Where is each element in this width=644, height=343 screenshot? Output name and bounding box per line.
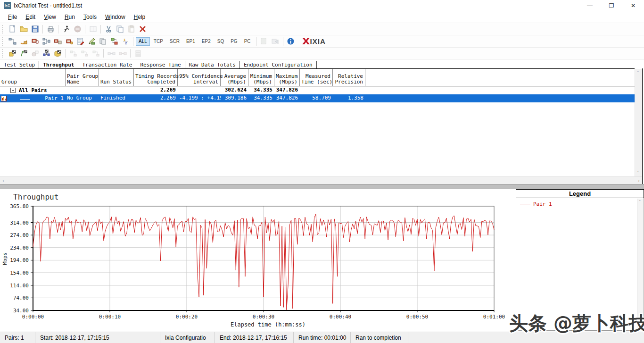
copy-icon[interactable] — [114, 24, 125, 34]
delete-icon[interactable] — [137, 24, 148, 34]
table-vertical-scrollbar[interactable]: ˄ ˅ — [635, 69, 642, 176]
svg-text:Mbps: Mbps — [2, 252, 8, 265]
legend-scroll-up-icon[interactable]: ˄ — [639, 200, 641, 204]
status-segment-3: End: 2018-12-17, 17:16:15 — [215, 332, 294, 343]
tab-transaction-rate[interactable]: Transaction Rate — [78, 61, 136, 68]
menu-tools[interactable]: Tools — [79, 12, 101, 22]
column-header-pair_group_name[interactable]: Pair GroupName — [66, 69, 99, 86]
export-endpoint-icon — [270, 36, 281, 47]
view-results-5-icon[interactable] — [52, 48, 63, 59]
tab-test-setup[interactable]: Test Setup — [0, 61, 39, 68]
filter-sq-button[interactable]: SQ — [215, 37, 227, 46]
column-header-average_mbps[interactable]: Average(Mbps) — [221, 69, 248, 86]
menu-run[interactable]: Run — [60, 12, 79, 22]
pane-splitter[interactable] — [0, 184, 644, 189]
column-header-measured_time_sec[interactable]: MeasuredTime (sec) — [300, 69, 333, 86]
print-icon[interactable] — [45, 24, 56, 34]
replicate-pair-icon[interactable] — [97, 36, 108, 47]
scroll-up-icon[interactable]: ˄ — [637, 70, 639, 75]
cell-maximum_mbps: 347.826 — [274, 86, 300, 94]
scroll-down-icon[interactable]: ˅ — [637, 170, 639, 175]
cell-average_mbps: 309.186 — [221, 94, 248, 102]
throughput-chart: 365.80314.00274.00234.00194.00154.00114.… — [0, 189, 514, 331]
add-pair-icon[interactable] — [7, 36, 18, 47]
status-segment-1: Start: 2018-12-17, 17:15:15 — [35, 332, 160, 343]
ixia-support-icon[interactable] — [285, 36, 297, 47]
toolbar-grip[interactable] — [1, 37, 4, 46]
scroll-right-icon[interactable]: › — [638, 178, 640, 183]
toolbar-grip[interactable] — [1, 25, 4, 33]
filter-tcp-button[interactable]: TCP — [151, 37, 166, 46]
view-tab-bar: Test SetupThroughputTransaction RateResp… — [0, 60, 644, 68]
title-bar: IxC IxChariot Test - untitled1.tst —❐✕ — [0, 0, 644, 11]
cell-minimum_mbps: 34.335 — [248, 86, 274, 94]
edit-run-options-icon[interactable] — [86, 36, 97, 47]
tab-response-time[interactable]: Response Time — [136, 61, 185, 68]
renumber-pairs-icon[interactable]: 12 — [120, 36, 131, 47]
scroll-left-icon[interactable]: ‹ — [2, 178, 4, 183]
table-row-pair-1[interactable]: Pair 1No GroupFinished2,269-4.199 : +4.1… — [0, 94, 635, 102]
throughput-chart-panel: 365.80314.00274.00234.00194.00154.00114.… — [0, 189, 514, 331]
cell-relative_precision — [333, 86, 365, 94]
cell-timing_records_completed: 2,269 — [134, 94, 178, 102]
edit-pair-icon[interactable] — [74, 36, 86, 47]
new-test-icon[interactable] — [7, 24, 18, 34]
add-voip-pair-icon[interactable] — [18, 36, 29, 47]
add-stream-icon[interactable] — [63, 36, 74, 47]
restore-button[interactable]: ❐ — [601, 0, 622, 11]
menu-edit[interactable]: Edit — [21, 12, 40, 22]
close-button[interactable]: ✕ — [622, 0, 644, 11]
menu-help[interactable]: Help — [130, 12, 150, 22]
menu-window[interactable]: Window — [101, 12, 130, 22]
results-table-body: All Pairs2,269302.62434.335347.826Pair 1… — [0, 86, 635, 102]
column-header-group[interactable]: Group — [0, 69, 66, 86]
menu-view[interactable]: View — [40, 12, 60, 22]
column-header-timing_records_completed[interactable]: Timing RecordsCompleted — [134, 69, 178, 86]
column-header-confidence_interval[interactable]: 95% ConfidenceInterval — [178, 69, 221, 86]
toolbar-separator — [58, 25, 58, 33]
tab-raw-data-totals[interactable]: Raw Data Totals — [185, 61, 240, 68]
tree-connector — [20, 95, 30, 100]
filter-pg-button[interactable]: PG — [228, 37, 240, 46]
filter-scr-button[interactable]: SCR — [167, 37, 182, 46]
legend-item-pair-1[interactable]: Pair 1 — [516, 198, 644, 207]
pane-border — [642, 68, 643, 184]
save-test-icon[interactable] — [29, 24, 41, 34]
view-results-2-icon[interactable] — [18, 48, 29, 59]
column-header-relative_precision[interactable]: RelativePrecision — [333, 69, 365, 86]
tab-throughput[interactable]: Throughput — [39, 61, 78, 68]
view-results-1-icon[interactable] — [7, 48, 18, 59]
column-header-run_status[interactable]: Run Status — [99, 69, 134, 86]
toolbar-separator — [85, 25, 85, 33]
tab-endpoint-configuration[interactable]: Endpoint Configuration — [240, 61, 317, 68]
filter-all-button[interactable]: ALL — [136, 37, 150, 46]
run-test-icon[interactable] — [60, 24, 72, 34]
table-row-all-pairs[interactable]: All Pairs2,269302.62434.335347.826 — [0, 86, 635, 94]
svg-text:0:00:30: 0:00:30 — [253, 314, 274, 320]
collapse-toggle-icon[interactable] — [10, 88, 16, 93]
table-horizontal-scrollbar[interactable]: ‹ › — [0, 176, 642, 184]
add-multicast-pair-icon[interactable] — [52, 36, 63, 47]
open-test-icon[interactable] — [18, 24, 29, 34]
column-header-minimum_mbps[interactable]: Minimum(Mbps) — [248, 69, 274, 86]
legend-label: Pair 1 — [533, 201, 552, 207]
svg-text:114.00: 114.00 — [10, 283, 29, 289]
filter-ep1-button[interactable]: EP1 — [183, 37, 198, 46]
toolbar-separator — [65, 49, 66, 58]
view-results-4-icon[interactable] — [41, 48, 52, 59]
toolbar-grip[interactable] — [1, 49, 4, 58]
window-title: IxChariot Test - untitled1.tst — [14, 2, 82, 9]
add-video-pair-icon[interactable] — [29, 36, 41, 47]
toolbar-pairs: 12ALLTCPSCREP1EP2SQPGPCIXIA — [0, 35, 644, 47]
filter-pc-button[interactable]: PC — [241, 37, 254, 46]
swap-endpoints-icon[interactable] — [108, 36, 120, 47]
minimize-button[interactable]: — — [579, 0, 601, 11]
toolbar-separator — [133, 37, 133, 46]
filter-ep2-button[interactable]: EP2 — [199, 37, 214, 46]
watermark: 头条 @萝卜科技 — [509, 310, 644, 336]
cut-icon[interactable] — [103, 24, 114, 34]
app-icon: IxC — [4, 2, 11, 9]
column-header-maximum_mbps[interactable]: Maximum(Mbps) — [274, 69, 300, 86]
add-pair-group-icon[interactable] — [41, 36, 52, 47]
menu-file[interactable]: File — [4, 12, 21, 22]
